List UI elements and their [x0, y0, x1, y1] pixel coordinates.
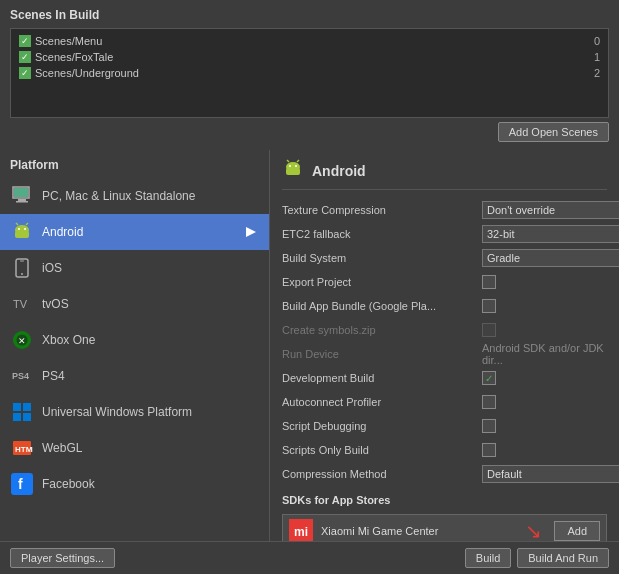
label-run-device: Run Device [282, 348, 482, 360]
svg-rect-1 [18, 199, 26, 201]
add-open-scenes-button[interactable]: Add Open Scenes [498, 122, 609, 142]
settings-row-compression: Compression Method Default [282, 464, 607, 484]
sidebar-item-facebook[interactable]: f Facebook [0, 466, 269, 502]
main-container: Scenes In Build ✓ Scenes/Menu 0 ✓ Scenes… [0, 0, 619, 574]
scene-checkbox-0[interactable]: ✓ [19, 35, 31, 47]
sidebar-label-xbox: Xbox One [42, 333, 95, 347]
sidebar-item-pc[interactable]: PC, Mac & Linux Standalone [0, 178, 269, 214]
svg-line-31 [297, 160, 299, 162]
xbox-icon: ✕ [10, 328, 34, 352]
sidebar-label-ios: iOS [42, 261, 62, 275]
scenes-list: ✓ Scenes/Menu 0 ✓ Scenes/FoxTale 1 ✓ Sce… [10, 28, 609, 118]
svg-rect-18 [13, 403, 21, 411]
svg-line-8 [16, 223, 18, 225]
svg-text:TV: TV [13, 298, 28, 310]
arrow-indicator: ↘ [525, 519, 542, 541]
settings-row-scripts-only: Scripts Only Build [282, 440, 607, 460]
scene-item-0: ✓ Scenes/Menu 0 [15, 33, 604, 49]
sidebar-item-ios[interactable]: iOS [0, 250, 269, 286]
svg-rect-21 [23, 413, 31, 421]
select-texture[interactable]: Don't override [482, 201, 619, 219]
svg-point-12 [21, 273, 23, 275]
scenes-section: Scenes In Build ✓ Scenes/Menu 0 ✓ Scenes… [0, 0, 619, 150]
dropdown-wrap-build-system: Gradle [482, 249, 619, 267]
webgl-icon: HTML [10, 436, 34, 460]
scene-name-1: Scenes/FoxTale [35, 51, 113, 63]
svg-rect-27 [286, 168, 300, 175]
label-compression: Compression Method [282, 468, 482, 480]
scene-item-2: ✓ Scenes/Underground 2 [15, 65, 604, 81]
checkbox-export[interactable] [482, 275, 496, 289]
checkbox-dev-build[interactable]: ✓ [482, 371, 496, 385]
checkbox-bundle[interactable] [482, 299, 496, 313]
scene-checkbox-1[interactable]: ✓ [19, 51, 31, 63]
platform-area: Platform PC, Mac & Linux Standalone [0, 150, 619, 541]
sidebar-label-android: Android [42, 225, 83, 239]
select-build-system[interactable]: Gradle [482, 249, 619, 267]
svg-line-30 [287, 160, 289, 162]
settings-row-texture: Texture Compression Don't override [282, 200, 607, 220]
settings-row-run-device: Run Device Android SDK and/or JDK dir... [282, 344, 607, 364]
sidebar-item-xbox[interactable]: ✕ Xbox One [0, 322, 269, 358]
scene-index-1: 1 [594, 51, 600, 63]
settings-panel: Android Texture Compression Don't overri… [270, 150, 619, 541]
player-settings-button[interactable]: Player Settings... [10, 548, 115, 568]
build-and-run-button[interactable]: Build And Run [517, 548, 609, 568]
svg-rect-5 [15, 231, 29, 238]
svg-rect-3 [14, 188, 28, 197]
scene-index-0: 0 [594, 35, 600, 47]
uwp-icon [10, 400, 34, 424]
sidebar-item-ps4[interactable]: PS4 PS4 [0, 358, 269, 394]
checkbox-script-debug[interactable] [482, 419, 496, 433]
sdk-add-button[interactable]: Add [554, 521, 600, 541]
checkbox-symbols [482, 323, 496, 337]
sdk-name: Xiaomi Mi Game Center [321, 525, 517, 537]
ps4-icon: PS4 [10, 364, 34, 388]
bottom-bar: Player Settings... Build Build And Run [0, 541, 619, 574]
sidebar-item-uwp[interactable]: Universal Windows Platform [0, 394, 269, 430]
sidebar-item-webgl[interactable]: HTML WebGL [0, 430, 269, 466]
platform-title-row: Android [282, 158, 607, 190]
checkbox-autoconnect[interactable] [482, 395, 496, 409]
sidebar-item-android[interactable]: Android [0, 214, 269, 250]
label-etc2: ETC2 fallback [282, 228, 482, 240]
settings-row-etc2: ETC2 fallback 32-bit [282, 224, 607, 244]
sidebar-label-pc: PC, Mac & Linux Standalone [42, 189, 195, 203]
select-compression[interactable]: Default [482, 465, 619, 483]
settings-platform-icon [282, 158, 304, 183]
svg-text:f: f [18, 476, 23, 492]
scene-checkbox-2[interactable]: ✓ [19, 67, 31, 79]
dropdown-wrap-texture: Don't override [482, 201, 619, 219]
select-etc2[interactable]: 32-bit [482, 225, 619, 243]
svg-rect-19 [23, 403, 31, 411]
svg-text:✕: ✕ [18, 336, 26, 346]
android-icon [10, 220, 34, 244]
sidebar-label-webgl: WebGL [42, 441, 82, 455]
label-script-debug: Script Debugging [282, 420, 482, 432]
svg-point-29 [295, 165, 297, 167]
settings-row-export: Export Project [282, 272, 607, 292]
build-button[interactable]: Build [465, 548, 511, 568]
svg-rect-20 [13, 413, 21, 421]
sdk-section-header: SDKs for App Stores [282, 494, 607, 506]
svg-text:mi: mi [294, 525, 308, 539]
svg-marker-10 [246, 227, 256, 237]
svg-rect-2 [16, 201, 28, 203]
sidebar-label-ps4: PS4 [42, 369, 65, 383]
checkbox-scripts-only[interactable] [482, 443, 496, 457]
settings-row-bundle: Build App Bundle (Google Pla... [282, 296, 607, 316]
settings-row-build-system: Build System Gradle [282, 248, 607, 268]
label-symbols: Create symbols.zip [282, 324, 482, 336]
add-scenes-row: Add Open Scenes [10, 122, 609, 142]
label-bundle: Build App Bundle (Google Pla... [282, 300, 482, 312]
facebook-icon: f [10, 472, 34, 496]
scene-item-1: ✓ Scenes/FoxTale 1 [15, 49, 604, 65]
scene-name-0: Scenes/Menu [35, 35, 102, 47]
sidebar-item-tvos[interactable]: TV tvOS [0, 286, 269, 322]
label-texture: Texture Compression [282, 204, 482, 216]
label-build-system: Build System [282, 252, 482, 264]
settings-row-script-debug: Script Debugging [282, 416, 607, 436]
settings-row-dev-build: Development Build ✓ [282, 368, 607, 388]
dropdown-wrap-compression: Default [482, 465, 619, 483]
selected-platform-arrow [243, 224, 259, 240]
